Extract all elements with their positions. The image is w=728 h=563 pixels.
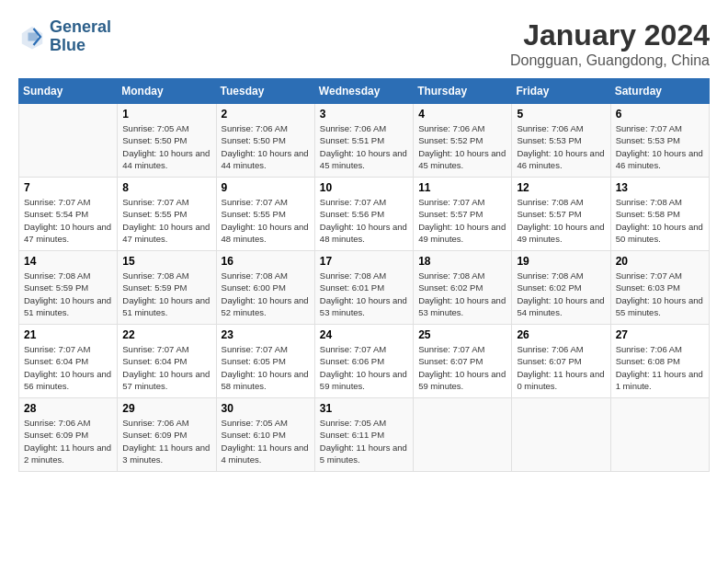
- day-number: 22: [122, 328, 210, 341]
- week-row-0: 1Sunrise: 7:05 AMSunset: 5:50 PMDaylight…: [19, 104, 710, 178]
- day-info: Sunrise: 7:06 AMSunset: 6:07 PMDaylight:…: [517, 343, 605, 392]
- header-thursday: Thursday: [414, 79, 512, 104]
- day-info: Sunrise: 7:07 AMSunset: 6:07 PMDaylight:…: [418, 343, 506, 392]
- logo-icon: [18, 23, 46, 51]
- calendar-cell: 8Sunrise: 7:07 AMSunset: 5:55 PMDaylight…: [118, 178, 216, 251]
- calendar-cell: 10Sunrise: 7:07 AMSunset: 5:56 PMDayligh…: [314, 178, 413, 251]
- header-row: SundayMondayTuesdayWednesdayThursdayFrid…: [19, 79, 710, 104]
- day-number: 4: [418, 108, 506, 121]
- calendar-cell: 28Sunrise: 7:06 AMSunset: 6:09 PMDayligh…: [19, 398, 118, 472]
- calendar-cell: 3Sunrise: 7:06 AMSunset: 5:51 PMDaylight…: [314, 104, 413, 178]
- day-number: 29: [122, 402, 210, 415]
- day-info: Sunrise: 7:07 AMSunset: 5:55 PMDaylight:…: [222, 196, 310, 245]
- calendar-cell: [414, 398, 512, 472]
- calendar-cell: 24Sunrise: 7:07 AMSunset: 6:06 PMDayligh…: [314, 325, 413, 398]
- calendar-cell: [512, 398, 610, 472]
- calendar-cell: 23Sunrise: 7:07 AMSunset: 6:05 PMDayligh…: [216, 325, 314, 398]
- calendar-cell: 14Sunrise: 7:08 AMSunset: 5:59 PMDayligh…: [19, 251, 118, 325]
- logo-line2: Blue: [50, 37, 111, 55]
- calendar-cell: [610, 398, 709, 472]
- calendar-cell: 13Sunrise: 7:08 AMSunset: 5:58 PMDayligh…: [610, 178, 709, 251]
- header-monday: Monday: [118, 79, 216, 104]
- logo-line1: General: [50, 18, 111, 37]
- day-number: 8: [122, 181, 210, 194]
- day-number: 21: [24, 328, 112, 341]
- day-number: 14: [24, 255, 112, 268]
- calendar-cell: 1Sunrise: 7:05 AMSunset: 5:50 PMDaylight…: [118, 104, 216, 178]
- day-info: Sunrise: 7:08 AMSunset: 6:01 PMDaylight:…: [320, 270, 408, 318]
- day-number: 15: [122, 255, 210, 268]
- day-number: 12: [517, 181, 605, 194]
- day-info: Sunrise: 7:07 AMSunset: 5:54 PMDaylight:…: [24, 196, 112, 245]
- location: Dongguan, Guangdong, China: [510, 52, 710, 69]
- calendar-cell: 19Sunrise: 7:08 AMSunset: 6:02 PMDayligh…: [512, 251, 610, 325]
- day-number: 11: [418, 181, 506, 194]
- calendar-cell: 26Sunrise: 7:06 AMSunset: 6:07 PMDayligh…: [512, 325, 610, 398]
- day-number: 6: [616, 108, 704, 121]
- calendar-cell: 31Sunrise: 7:05 AMSunset: 6:11 PMDayligh…: [314, 398, 413, 472]
- day-number: 30: [222, 402, 310, 415]
- day-number: 20: [616, 255, 704, 268]
- day-number: 10: [320, 181, 408, 194]
- day-number: 31: [320, 402, 408, 415]
- day-number: 1: [122, 108, 210, 121]
- day-info: Sunrise: 7:05 AMSunset: 5:50 PMDaylight:…: [122, 122, 210, 171]
- day-info: Sunrise: 7:08 AMSunset: 6:00 PMDaylight:…: [222, 270, 310, 318]
- header-sunday: Sunday: [19, 79, 118, 104]
- day-info: Sunrise: 7:08 AMSunset: 6:02 PMDaylight:…: [517, 270, 605, 318]
- day-info: Sunrise: 7:07 AMSunset: 5:53 PMDaylight:…: [616, 122, 704, 171]
- day-info: Sunrise: 7:06 AMSunset: 5:50 PMDaylight:…: [222, 122, 310, 171]
- header-saturday: Saturday: [610, 79, 709, 104]
- calendar-cell: 29Sunrise: 7:06 AMSunset: 6:09 PMDayligh…: [118, 398, 216, 472]
- calendar-cell: 4Sunrise: 7:06 AMSunset: 5:52 PMDaylight…: [414, 104, 512, 178]
- day-number: 18: [418, 255, 506, 268]
- day-info: Sunrise: 7:08 AMSunset: 5:59 PMDaylight:…: [24, 270, 112, 318]
- day-number: 25: [418, 328, 506, 341]
- calendar-table: SundayMondayTuesdayWednesdayThursdayFrid…: [18, 78, 710, 472]
- day-info: Sunrise: 7:07 AMSunset: 6:04 PMDaylight:…: [122, 343, 210, 392]
- day-number: 13: [616, 181, 704, 194]
- day-number: 19: [517, 255, 605, 268]
- week-row-3: 21Sunrise: 7:07 AMSunset: 6:04 PMDayligh…: [19, 325, 710, 398]
- day-info: Sunrise: 7:06 AMSunset: 6:09 PMDaylight:…: [122, 417, 210, 465]
- day-number: 2: [222, 108, 310, 121]
- header-wednesday: Wednesday: [314, 79, 413, 104]
- calendar-body: 1Sunrise: 7:05 AMSunset: 5:50 PMDaylight…: [19, 104, 710, 472]
- day-info: Sunrise: 7:06 AMSunset: 5:53 PMDaylight:…: [517, 122, 605, 171]
- day-number: 23: [222, 328, 310, 341]
- day-info: Sunrise: 7:08 AMSunset: 6:02 PMDaylight:…: [418, 270, 506, 318]
- day-number: 17: [320, 255, 408, 268]
- calendar-cell: 16Sunrise: 7:08 AMSunset: 6:00 PMDayligh…: [216, 251, 314, 325]
- calendar-cell: 20Sunrise: 7:07 AMSunset: 6:03 PMDayligh…: [610, 251, 709, 325]
- title-area: January 2024 Dongguan, Guangdong, China: [510, 18, 710, 69]
- calendar-cell: 27Sunrise: 7:06 AMSunset: 6:08 PMDayligh…: [610, 325, 709, 398]
- logo: General Blue: [18, 18, 111, 55]
- day-number: 28: [24, 402, 112, 415]
- week-row-1: 7Sunrise: 7:07 AMSunset: 5:54 PMDaylight…: [19, 178, 710, 251]
- month-title: January 2024: [510, 18, 710, 52]
- day-number: 3: [320, 108, 408, 121]
- day-info: Sunrise: 7:06 AMSunset: 6:08 PMDaylight:…: [616, 343, 704, 392]
- week-row-4: 28Sunrise: 7:06 AMSunset: 6:09 PMDayligh…: [19, 398, 710, 472]
- calendar-cell: 2Sunrise: 7:06 AMSunset: 5:50 PMDaylight…: [216, 104, 314, 178]
- calendar-cell: 17Sunrise: 7:08 AMSunset: 6:01 PMDayligh…: [314, 251, 413, 325]
- day-info: Sunrise: 7:07 AMSunset: 5:56 PMDaylight:…: [320, 196, 408, 245]
- day-info: Sunrise: 7:07 AMSunset: 5:55 PMDaylight:…: [122, 196, 210, 245]
- day-info: Sunrise: 7:07 AMSunset: 5:57 PMDaylight:…: [418, 196, 506, 245]
- day-info: Sunrise: 7:07 AMSunset: 6:03 PMDaylight:…: [616, 270, 704, 318]
- day-number: 7: [24, 181, 112, 194]
- calendar-cell: 11Sunrise: 7:07 AMSunset: 5:57 PMDayligh…: [414, 178, 512, 251]
- calendar-cell: 15Sunrise: 7:08 AMSunset: 5:59 PMDayligh…: [118, 251, 216, 325]
- day-info: Sunrise: 7:06 AMSunset: 5:52 PMDaylight:…: [418, 122, 506, 171]
- calendar-cell: 22Sunrise: 7:07 AMSunset: 6:04 PMDayligh…: [118, 325, 216, 398]
- day-number: 24: [320, 328, 408, 341]
- calendar-cell: 7Sunrise: 7:07 AMSunset: 5:54 PMDaylight…: [19, 178, 118, 251]
- day-number: 16: [222, 255, 310, 268]
- calendar-cell: 12Sunrise: 7:08 AMSunset: 5:57 PMDayligh…: [512, 178, 610, 251]
- calendar-cell: 6Sunrise: 7:07 AMSunset: 5:53 PMDaylight…: [610, 104, 709, 178]
- day-info: Sunrise: 7:07 AMSunset: 6:06 PMDaylight:…: [320, 343, 408, 392]
- day-info: Sunrise: 7:08 AMSunset: 5:59 PMDaylight:…: [122, 270, 210, 318]
- calendar-cell: 18Sunrise: 7:08 AMSunset: 6:02 PMDayligh…: [414, 251, 512, 325]
- day-number: 27: [616, 328, 704, 341]
- day-info: Sunrise: 7:05 AMSunset: 6:11 PMDaylight:…: [320, 417, 408, 465]
